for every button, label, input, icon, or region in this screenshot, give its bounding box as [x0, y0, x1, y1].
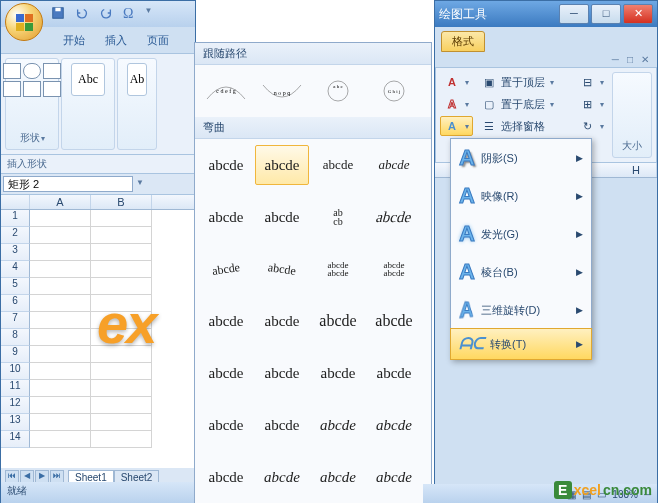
- warp-triangle-up[interactable]: abcde: [311, 145, 365, 185]
- gallery-row-3: abcde abcde abcdeabcde abcdeabcde: [195, 243, 431, 295]
- close-button[interactable]: ✕: [623, 4, 653, 24]
- submenu-arrow-icon: ▶: [576, 267, 583, 277]
- path-circle[interactable]: a b c: [311, 71, 365, 111]
- warp-stop[interactable]: abcde: [255, 145, 309, 185]
- warp-button[interactable]: abcdeabcde: [367, 249, 421, 289]
- fx-glow[interactable]: A发光(G)▶: [451, 215, 591, 253]
- undo-icon[interactable]: [75, 6, 89, 22]
- warp-fade-right[interactable]: abcde: [367, 457, 421, 497]
- text-effects-icon: A: [444, 118, 460, 134]
- warp-chevron-up[interactable]: abcde: [199, 197, 253, 237]
- text-fill-button[interactable]: A▾: [440, 72, 473, 92]
- office-button[interactable]: [5, 3, 43, 41]
- redo-icon[interactable]: [99, 6, 113, 22]
- warp-inflate[interactable]: abcde: [199, 405, 253, 445]
- rotate-icon: ↻: [579, 118, 595, 134]
- warp-double-wave1[interactable]: abcde: [311, 353, 365, 393]
- warp-inflate-bottom[interactable]: abcde: [311, 405, 365, 445]
- group-button[interactable]: ⊞▾: [575, 94, 608, 114]
- submenu-arrow-icon: ▶: [576, 153, 583, 163]
- warp-deflate[interactable]: abcde: [255, 405, 309, 445]
- warp-arch-up[interactable]: abcde: [196, 245, 255, 292]
- gallery-row-4: abcde abcde abcde abcde: [195, 295, 431, 347]
- text-effects-button[interactable]: A▾: [440, 116, 473, 136]
- tab-page[interactable]: 页面: [139, 31, 177, 53]
- fx-3drotate[interactable]: A三维旋转(D)▶: [451, 291, 591, 329]
- name-box[interactable]: [3, 176, 133, 192]
- style-abc2[interactable]: Ab: [117, 58, 157, 150]
- warp-deflate-inflate[interactable]: abcde: [311, 457, 365, 497]
- bring-front-icon: ▣: [481, 74, 497, 90]
- window-buttons: ─ □ ✕: [559, 4, 653, 24]
- watermark: E xcelcn.com: [554, 481, 652, 499]
- minimize-button[interactable]: ─: [559, 4, 589, 24]
- wordart-object[interactable]: ex: [97, 291, 155, 356]
- fx-reflect[interactable]: A映像(R)▶: [451, 177, 591, 215]
- align-button[interactable]: ⊟▾: [575, 72, 608, 92]
- warp-ring-inside[interactable]: abcb: [311, 197, 365, 237]
- fx-shadow[interactable]: A阴影(S)▶: [451, 139, 591, 177]
- submenu-arrow-icon: ▶: [576, 339, 583, 349]
- rotate-button[interactable]: ↻▾: [575, 116, 608, 136]
- warp-double-wave2[interactable]: abcde: [367, 353, 421, 393]
- reflect-icon: A: [459, 183, 475, 209]
- title-bar-right: 绘图工具 ─ □ ✕: [435, 1, 657, 27]
- warp-curve-up[interactable]: abcde: [199, 301, 253, 341]
- mdi-restore-icon[interactable]: □: [627, 54, 633, 65]
- warp-wave1[interactable]: abcde: [199, 353, 253, 393]
- text-effect-gallery: 跟随路径 c d e f g n o p q a b c G h i j 弯曲 …: [194, 42, 432, 503]
- warp-can-down[interactable]: abcde: [367, 301, 421, 341]
- style-abc[interactable]: Abc: [61, 58, 115, 150]
- size-group[interactable]: 大小: [612, 72, 652, 158]
- select-all-cell[interactable]: [1, 195, 30, 209]
- warp-triangle-down[interactable]: abcde: [367, 145, 421, 185]
- mdi-close-icon[interactable]: ✕: [641, 54, 649, 65]
- text-outline-icon: A: [444, 96, 460, 112]
- ribbon-tabs-right: 格式: [435, 27, 657, 52]
- fx-transform[interactable]: ᗩᑕ转换(T)▶: [450, 328, 592, 360]
- selection-pane-button[interactable]: ☰选择窗格: [477, 116, 571, 136]
- qat-dropdown-icon[interactable]: ▼: [144, 6, 152, 22]
- warp-wave2[interactable]: abcde: [255, 353, 309, 393]
- tab-start[interactable]: 开始: [55, 31, 93, 53]
- warp-inflate-top[interactable]: abcde: [199, 457, 253, 497]
- group-icon: ⊞: [579, 96, 595, 112]
- path-arch-up[interactable]: c d e f g: [199, 71, 253, 111]
- warp-deflate-top[interactable]: abcde: [255, 457, 309, 497]
- tab-insert[interactable]: 插入: [97, 31, 135, 53]
- send-back-icon: ▢: [481, 96, 497, 112]
- col-header-h[interactable]: H: [616, 163, 657, 177]
- bring-front-button[interactable]: ▣置于顶层▾: [477, 72, 571, 92]
- warp-chevron-down[interactable]: abcde: [255, 197, 309, 237]
- text-outline-button[interactable]: A▾: [440, 94, 473, 114]
- gallery-row-6: abcde abcde abcde abcde: [195, 399, 431, 451]
- path-arch-down[interactable]: n o p q: [255, 71, 309, 111]
- warp-curve-down[interactable]: abcde: [255, 301, 309, 341]
- warp-circle[interactable]: abcdeabcde: [311, 249, 365, 289]
- shapes-label[interactable]: 形状▾: [20, 129, 45, 145]
- ribbon-group-label: 插入形状: [1, 155, 195, 174]
- warp-plain[interactable]: abcde: [199, 145, 253, 185]
- shape-style-abc[interactable]: Abc: [71, 63, 105, 96]
- gallery-row-5: abcde abcde abcde abcde: [195, 347, 431, 399]
- send-back-button[interactable]: ▢置于底层▾: [477, 94, 571, 114]
- save-icon[interactable]: [51, 6, 65, 22]
- svg-text:c d e f g: c d e f g: [216, 88, 235, 94]
- mdi-min-icon[interactable]: ─: [612, 54, 619, 65]
- col-header-a[interactable]: A: [30, 195, 91, 209]
- symbol-icon[interactable]: Ω: [123, 6, 133, 22]
- warp-can-up[interactable]: abcde: [311, 301, 365, 341]
- fx-bevel[interactable]: A棱台(B)▶: [451, 253, 591, 291]
- ribbon-left: 形状▾ Abc Ab: [1, 53, 195, 155]
- maximize-button[interactable]: □: [591, 4, 621, 24]
- tab-format[interactable]: 格式: [441, 31, 485, 52]
- selection-pane-icon: ☰: [481, 118, 497, 134]
- rotate3d-icon: A: [459, 296, 473, 325]
- path-button[interactable]: G h i j: [367, 71, 421, 111]
- shape-picker[interactable]: [3, 63, 61, 97]
- col-header-b[interactable]: B: [91, 195, 152, 209]
- warp-arch-down[interactable]: abcde: [252, 245, 311, 292]
- warp-ring-outside[interactable]: abcde: [362, 197, 427, 237]
- warp-deflate-bottom[interactable]: abcde: [367, 405, 421, 445]
- shape-style-abc2[interactable]: Ab: [127, 63, 148, 96]
